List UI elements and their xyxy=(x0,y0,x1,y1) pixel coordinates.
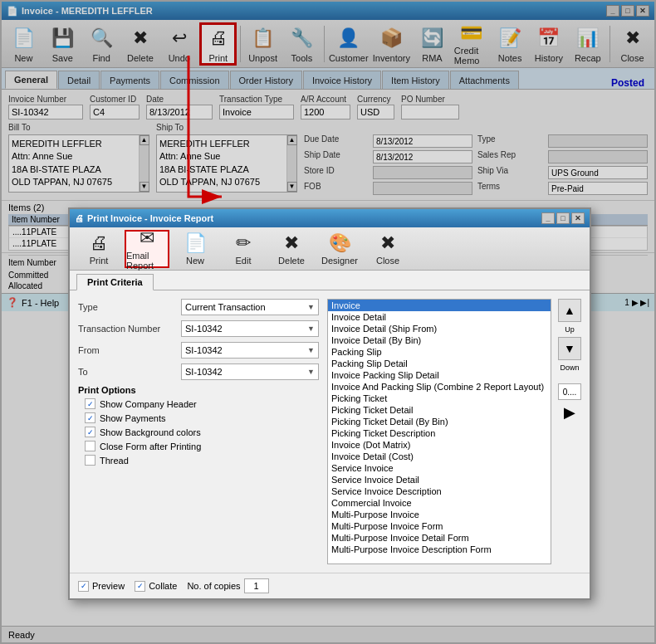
modal-delete-label: Delete xyxy=(278,256,305,266)
modal-designer-button[interactable]: 🎨 Designer xyxy=(317,230,362,268)
list-item-packing-slip-detail[interactable]: Packing Slip Detail xyxy=(328,358,551,369)
modal-edit-icon: ✏ xyxy=(236,232,251,254)
list-item-invoice-detail-ship-from[interactable]: Invoice Detail (Ship From) xyxy=(328,323,551,334)
transaction-number-label: Transaction Number xyxy=(78,324,178,334)
checkbox-thread: Thread xyxy=(85,455,319,466)
from-value: SI-10342 xyxy=(185,345,223,355)
collate-label: Collate xyxy=(149,581,177,591)
list-item-picking-ticket-detail-by-bin[interactable]: Picking Ticket Detail (By Bin) xyxy=(328,416,551,427)
from-dropdown-arrow: ▼ xyxy=(307,346,315,354)
modal-edit-button[interactable]: ✏ Edit xyxy=(221,230,266,268)
type-select[interactable]: Current Transaction ▼ xyxy=(181,299,319,315)
to-dropdown-arrow: ▼ xyxy=(307,368,315,376)
modal-close-tool-icon: ✖ xyxy=(380,232,395,254)
list-item-invoice-and-packing-slip[interactable]: Invoice And Packing Slip (Combine 2 Repo… xyxy=(328,381,551,393)
show-payments-checkbox[interactable]: ✓ xyxy=(85,412,95,423)
modal-designer-icon: 🎨 xyxy=(329,232,351,254)
list-item-service-invoice-description[interactable]: Service Invoice Description xyxy=(328,485,551,497)
copies-label: No. of copies xyxy=(187,581,240,591)
expand-icon[interactable]: ▶ xyxy=(558,403,581,422)
modal-restore-button[interactable]: □ xyxy=(556,212,570,224)
type-value: Current Transaction xyxy=(185,302,266,312)
dialog-bottom: ✓ Preview ✓ Collate No. of copies xyxy=(70,573,590,598)
preview-checkbox[interactable]: ✓ xyxy=(78,581,89,592)
modal-print-button[interactable]: 🖨 Print xyxy=(76,230,121,268)
copies-row: No. of copies xyxy=(187,578,268,593)
criteria-left: Type Current Transaction ▼ Transaction N… xyxy=(78,299,319,564)
close-form-label: Close Form after Printing xyxy=(100,442,201,451)
modal-toolbar: 🖨 Print ✉ Email Report 📄 New ✏ Edit ✖ De… xyxy=(70,227,590,271)
down-label: Down xyxy=(558,363,581,372)
list-item-invoice-packing-slip-detail[interactable]: Invoice Packing Slip Detail xyxy=(328,369,551,381)
page-number-field[interactable] xyxy=(558,383,581,400)
show-payments-label: Show Payments xyxy=(100,413,165,423)
updown-buttons: ▲ Up ▼ Down ▶ xyxy=(558,299,581,564)
list-item-invoice-dot-matrix[interactable]: Invoice (Dot Matrix) xyxy=(328,439,551,451)
print-invoice-dialog: 🖨 Print Invoice - Invoice Report _ □ ✕ 🖨… xyxy=(68,207,591,600)
list-item-service-invoice[interactable]: Service Invoice xyxy=(328,462,551,474)
modal-minimize-button[interactable]: _ xyxy=(541,212,555,224)
checkbox-show-payments: ✓ Show Payments xyxy=(85,412,319,423)
preview-label: Preview xyxy=(92,581,125,591)
criteria-content: Type Current Transaction ▼ Transaction N… xyxy=(70,290,590,573)
list-item-service-invoice-detail[interactable]: Service Invoice Detail xyxy=(328,474,551,485)
modal-new-label: New xyxy=(186,256,204,266)
main-window: 📄 Invoice - MEREDITH LEFFLER _ □ ✕ 📄 New… xyxy=(0,0,656,644)
from-select[interactable]: SI-10342 ▼ xyxy=(181,342,319,359)
modal-close-button[interactable]: ✕ xyxy=(571,212,585,224)
show-background-label: Show Background colors xyxy=(100,427,201,437)
modal-print-icon: 🖨 xyxy=(90,232,108,254)
collate-checkbox[interactable]: ✓ xyxy=(135,581,145,592)
transaction-number-select[interactable]: SI-10342 ▼ xyxy=(181,320,319,337)
list-item-multi-purpose-invoice-detail-form[interactable]: Multi-Purpose Invoice Detail Form xyxy=(328,532,551,544)
criteria-tab[interactable]: Print Criteria xyxy=(76,274,154,290)
from-label: From xyxy=(78,345,178,355)
criteria-tab-row: Print Criteria xyxy=(70,271,590,290)
list-item-invoice-detail-cost[interactable]: Invoice Detail (Cost) xyxy=(328,451,551,462)
modal-title-bar: 🖨 Print Invoice - Invoice Report _ □ ✕ xyxy=(70,209,590,227)
modal-icon: 🖨 xyxy=(75,213,84,223)
modal-title: Print Invoice - Invoice Report xyxy=(87,213,213,223)
modal-email-icon: ✉ xyxy=(140,227,154,249)
thread-checkbox[interactable] xyxy=(85,455,95,466)
list-item-picking-ticket-detail[interactable]: Picking Ticket Detail xyxy=(328,404,551,416)
list-area: Invoice Invoice Detail Invoice Detail (S… xyxy=(327,299,581,564)
modal-new-button[interactable]: 📄 New xyxy=(173,230,218,268)
to-row: To SI-10342 ▼ xyxy=(78,363,319,380)
from-row: From SI-10342 ▼ xyxy=(78,342,319,359)
modal-close-tool-label: Close xyxy=(376,256,399,266)
modal-email-report-button[interactable]: ✉ Email Report xyxy=(125,230,169,268)
modal-designer-label: Designer xyxy=(321,256,358,266)
list-item-packing-slip[interactable]: Packing Slip xyxy=(328,346,551,358)
type-dropdown-arrow: ▼ xyxy=(307,303,315,311)
report-list[interactable]: Invoice Invoice Detail Invoice Detail (S… xyxy=(327,299,551,564)
to-value: SI-10342 xyxy=(185,367,223,377)
list-item-multi-purpose-invoice-form[interactable]: Multi-Purpose Invoice Form xyxy=(328,520,551,532)
checkbox-show-company-header: ✓ Show Company Header xyxy=(85,398,319,409)
show-company-header-checkbox[interactable]: ✓ xyxy=(85,398,95,409)
tn-dropdown-arrow: ▼ xyxy=(307,324,315,333)
show-company-header-label: Show Company Header xyxy=(100,399,197,409)
print-options-label: Print Options xyxy=(78,385,136,395)
show-background-checkbox[interactable]: ✓ xyxy=(85,427,95,437)
list-item-picking-ticket-description[interactable]: Picking Ticket Description xyxy=(328,427,551,439)
transaction-number-value: SI-10342 xyxy=(185,324,223,334)
list-item-picking-ticket[interactable]: Picking Ticket xyxy=(328,393,551,404)
thread-label: Thread xyxy=(100,456,129,466)
list-item-multi-purpose-invoice[interactable]: Multi-Purpose Invoice xyxy=(328,509,551,520)
list-item-multi-purpose-invoice-description-form[interactable]: Multi-Purpose Invoice Description Form xyxy=(328,544,551,555)
to-select[interactable]: SI-10342 ▼ xyxy=(181,363,319,380)
list-item-commercial-invoice[interactable]: Commercial Invoice xyxy=(328,497,551,509)
modal-print-label: Print xyxy=(90,256,109,266)
list-item-invoice-detail[interactable]: Invoice Detail xyxy=(328,311,551,323)
modal-delete-button[interactable]: ✖ Delete xyxy=(269,230,314,268)
up-button[interactable]: ▲ xyxy=(558,299,581,322)
modal-delete-icon: ✖ xyxy=(284,232,299,254)
down-button[interactable]: ▼ xyxy=(558,337,581,360)
close-form-checkbox[interactable] xyxy=(85,441,95,451)
list-item-invoice-detail-by-bin[interactable]: Invoice Detail (By Bin) xyxy=(328,334,551,346)
list-item-invoice[interactable]: Invoice xyxy=(328,300,551,311)
modal-close-tool-button[interactable]: ✖ Close xyxy=(365,230,410,268)
copies-field[interactable] xyxy=(244,578,269,593)
checkbox-close-form: Close Form after Printing xyxy=(85,441,319,451)
